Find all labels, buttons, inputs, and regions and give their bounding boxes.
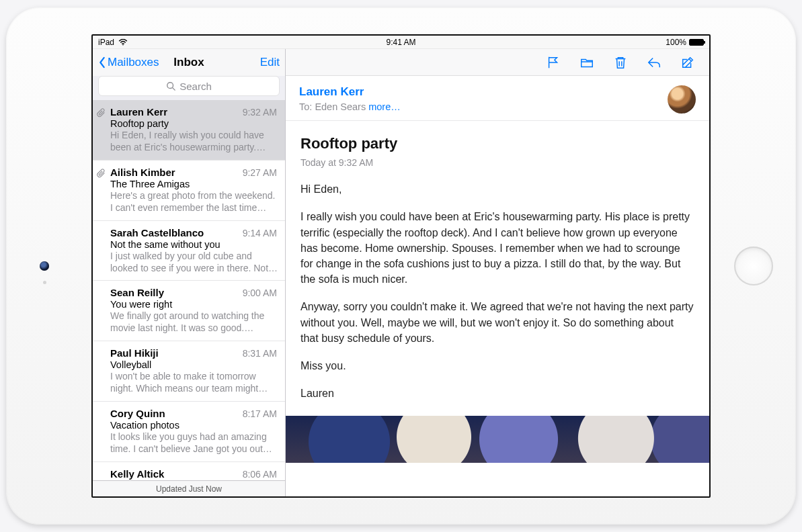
- message-list[interactable]: Lauren Kerr9:32 AMRooftop partyHi Eden, …: [93, 100, 285, 480]
- message-row[interactable]: Kelly Altick8:06 AMLost and found: [93, 462, 285, 480]
- home-button[interactable]: [734, 247, 773, 285]
- row-time: 9:14 AM: [243, 228, 277, 238]
- list-footer: Updated Just Now: [93, 480, 285, 496]
- svg-line-2: [173, 88, 175, 91]
- row-time: 9:32 AM: [243, 107, 277, 118]
- row-subject: Volleyball: [110, 359, 278, 370]
- search-placeholder: Search: [179, 81, 212, 92]
- message-list-pane: Mailboxes Inbox Edit Search Lauren Kerr9…: [93, 49, 286, 496]
- row-preview: It looks like you guys had an amazing ti…: [110, 431, 278, 455]
- nav-title: Inbox: [173, 56, 204, 69]
- recipients-more[interactable]: more…: [368, 101, 401, 112]
- row-preview: We finally got around to watching the mo…: [110, 310, 278, 335]
- carrier-label: iPad: [98, 38, 114, 47]
- row-subject: Not the same without you: [110, 239, 278, 250]
- row-time: 8:06 AM: [243, 469, 277, 480]
- row-subject: The Three Amigas: [110, 179, 278, 189]
- flag-icon: [546, 55, 561, 70]
- clock: 9:41 AM: [386, 38, 415, 47]
- to-label: To:: [299, 101, 312, 112]
- row-subject: Rooftop party: [110, 118, 278, 129]
- message-row[interactable]: Paul Hikiji8:31 AMVolleyballI won't be a…: [93, 341, 285, 402]
- attachment-image[interactable]: [286, 416, 709, 463]
- back-button[interactable]: Mailboxes: [98, 56, 159, 69]
- folder-icon: [579, 55, 594, 70]
- from-name[interactable]: Lauren Kerr: [299, 85, 696, 99]
- reply-icon: [647, 55, 661, 70]
- message-body[interactable]: Rooftop party Today at 9:32 AM Hi Eden, …: [286, 121, 709, 496]
- message-date: Today at 9:32 AM: [300, 156, 694, 169]
- message-row[interactable]: Lauren Kerr9:32 AMRooftop partyHi Eden, …: [93, 100, 285, 161]
- row-time: 8:31 AM: [243, 348, 277, 359]
- row-preview: I just walked by your old cube and looke…: [110, 251, 278, 275]
- edit-button[interactable]: Edit: [260, 56, 280, 69]
- message-header: Lauren Kerr To: Eden Sears more…: [286, 76, 709, 121]
- row-subject: Vacation photos: [110, 420, 278, 431]
- nav-bar: Mailboxes Inbox Edit: [93, 49, 285, 76]
- to-value: Eden Sears: [315, 101, 366, 112]
- reply-button[interactable]: [646, 54, 662, 71]
- attachment-icon: [97, 169, 106, 180]
- ipad-frame: iPad 9:41 AM 100% Mailbo: [6, 7, 796, 525]
- message-row[interactable]: Cory Quinn8:17 AMVacation photosIt looks…: [93, 402, 285, 462]
- row-time: 9:00 AM: [243, 287, 277, 298]
- delete-button[interactable]: [612, 54, 629, 71]
- status-bar: iPad 9:41 AM 100%: [93, 36, 709, 49]
- message-text: Hi Eden, I really wish you could have be…: [300, 169, 694, 401]
- message-toolbar: [286, 49, 709, 76]
- message-row[interactable]: Sarah Castelblanco9:14 AMNot the same wi…: [93, 221, 285, 281]
- row-time: 9:27 AM: [243, 167, 277, 178]
- flag-button[interactable]: [545, 54, 561, 71]
- wifi-icon: [118, 39, 128, 46]
- message-row[interactable]: Ailish Kimber9:27 AMThe Three AmigasHere…: [93, 161, 285, 221]
- row-subject: You were right: [110, 299, 278, 310]
- message-detail-pane: Lauren Kerr To: Eden Sears more… Rooftop…: [286, 49, 709, 496]
- row-preview: Hi Eden, I really wish you could have be…: [110, 130, 278, 154]
- attachment-icon: [97, 108, 106, 120]
- row-preview: Here's a great photo from the weekend. I…: [110, 190, 278, 214]
- battery-icon: [689, 39, 704, 46]
- battery-percent: 100%: [666, 38, 686, 47]
- row-time: 8:17 AM: [243, 408, 277, 419]
- search-input[interactable]: Search: [98, 76, 280, 96]
- search-icon: [166, 81, 175, 91]
- chevron-left-icon: [98, 56, 106, 69]
- compose-icon: [680, 55, 695, 70]
- message-row[interactable]: Sean Reilly9:00 AMYou were rightWe final…: [93, 281, 285, 341]
- screen: iPad 9:41 AM 100% Mailbo: [91, 34, 711, 498]
- compose-button[interactable]: [680, 54, 696, 71]
- move-button[interactable]: [579, 54, 595, 71]
- trash-icon: [613, 55, 628, 70]
- front-camera: [40, 261, 49, 271]
- message-subject: Rooftop party: [300, 133, 694, 154]
- row-preview: I won't be able to make it tomorrow nigh…: [110, 371, 278, 395]
- back-label: Mailboxes: [108, 56, 159, 69]
- avatar[interactable]: [668, 85, 696, 114]
- update-status: Updated Just Now: [156, 484, 222, 494]
- sensor-dot: [43, 281, 46, 284]
- svg-point-0: [122, 44, 124, 45]
